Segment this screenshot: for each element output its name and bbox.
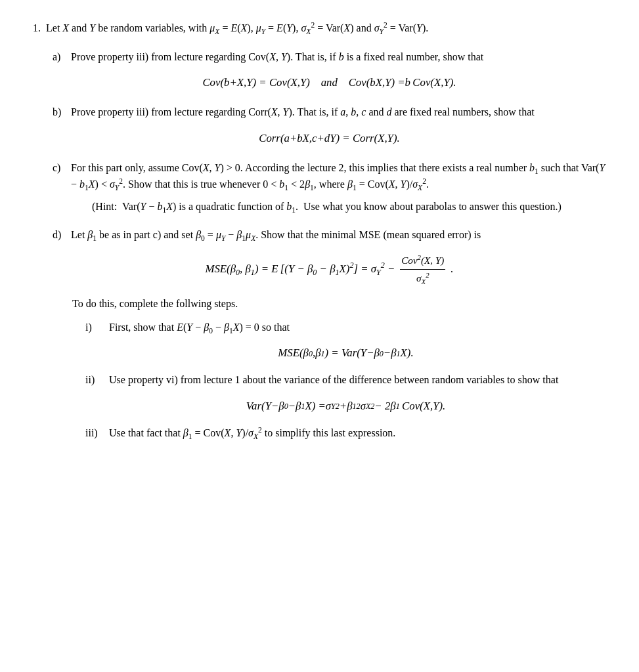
problem-intro-text: Let X and Y be random variables, with μX… bbox=[46, 20, 606, 37]
part-d-header: d) Let β1 be as in part c) and set β0 = … bbox=[53, 226, 606, 243]
part-c-hint: (Hint: Var(Y − b1X) is a quadratic funct… bbox=[92, 198, 606, 215]
step-ii-label: ii) bbox=[85, 371, 105, 388]
problem-number-label: 1. bbox=[33, 20, 41, 37]
step-i-label: i) bbox=[85, 319, 105, 336]
part-b-label: b) bbox=[53, 104, 67, 121]
step-i-equation: MSE(β0, β1) = Var(Y − β0 − β1X). bbox=[85, 345, 606, 362]
part-a: a) Prove property iii) from lecture rega… bbox=[53, 49, 606, 92]
part-b: b) Prove property iii) from lecture rega… bbox=[53, 104, 606, 147]
part-a-header: a) Prove property iii) from lecture rega… bbox=[53, 49, 606, 66]
part-b-equation: Corr(a + bX, c + dY) = Corr(X, Y). bbox=[53, 130, 606, 148]
step-i-header: i) First, show that E(Y − β0 − β1X) = 0 … bbox=[85, 319, 606, 336]
problem-container: 1. Let X and Y be random variables, with… bbox=[33, 20, 606, 441]
part-d-label: d) bbox=[53, 226, 67, 243]
step-iii: iii) Use that fact that β1 = Cov(X, Y)/σ… bbox=[85, 425, 606, 442]
part-c-text: For this part only, assume Cov(X, Y) > 0… bbox=[71, 159, 606, 193]
mse-lhs: MSE(β0, β1) = E [(Y − β0 − β1X)2] = σY2 … bbox=[205, 261, 395, 278]
step-ii-text: Use property vi) from lecture 1 about th… bbox=[109, 371, 606, 388]
step-i: i) First, show that E(Y − β0 − β1X) = 0 … bbox=[85, 319, 606, 362]
part-d-text: Let β1 be as in part c) and set β0 = μY … bbox=[71, 226, 606, 243]
step-ii-header: ii) Use property vi) from lecture 1 abou… bbox=[85, 371, 606, 388]
part-a-text: Prove property iii) from lecture regardi… bbox=[71, 49, 606, 66]
part-d: d) Let β1 be as in part c) and set β0 = … bbox=[53, 226, 606, 441]
part-c-label: c) bbox=[53, 159, 67, 193]
step-iii-text: Use that fact that β1 = Cov(X, Y)/σX2 to… bbox=[109, 425, 606, 442]
part-c: c) For this part only, assume Cov(X, Y) … bbox=[53, 159, 606, 215]
step-i-text: First, show that E(Y − β0 − β1X) = 0 so … bbox=[109, 319, 606, 336]
part-c-header: c) For this part only, assume Cov(X, Y) … bbox=[53, 159, 606, 193]
part-b-text: Prove property iii) from lecture regardi… bbox=[71, 104, 606, 121]
part-d-main-equation: MSE(β0, β1) = E [(Y − β0 − β1X)2] = σY2 … bbox=[53, 253, 606, 286]
step-ii-equation: Var(Y − β0 − β1X) = σY2 + β12σX2 − 2β1 C… bbox=[85, 398, 606, 415]
step-ii: ii) Use property vi) from lecture 1 abou… bbox=[85, 371, 606, 415]
mse-fraction: Cov2(X, Y) σX2 bbox=[399, 253, 447, 286]
mse-period: . bbox=[451, 261, 453, 278]
part-b-header: b) Prove property iii) from lecture rega… bbox=[53, 104, 606, 121]
problem-number-row: 1. Let X and Y be random variables, with… bbox=[33, 20, 606, 37]
part-a-label: a) bbox=[53, 49, 67, 66]
part-a-equation: Cov(b + X, Y) = Cov(X, Y) and Cov(bX, Y)… bbox=[53, 74, 606, 92]
part-d-steps-intro: To do this, complete the follwing steps. bbox=[72, 295, 606, 312]
step-iii-label: iii) bbox=[85, 425, 105, 442]
step-iii-header: iii) Use that fact that β1 = Cov(X, Y)/σ… bbox=[85, 425, 606, 442]
